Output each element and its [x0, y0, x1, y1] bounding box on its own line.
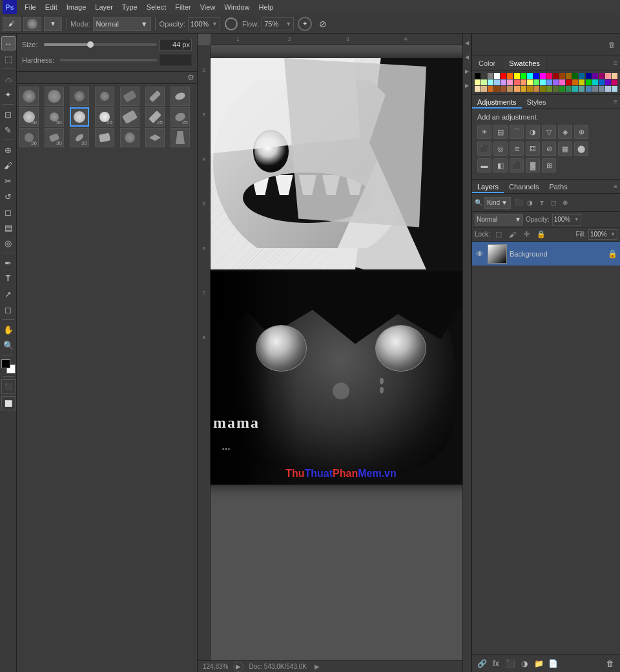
layer-visibility-eye[interactable]: 👁 [475, 249, 485, 259]
swatch-cyan[interactable] [527, 73, 533, 79]
status-arrow[interactable]: ▶ [233, 662, 243, 672]
swatch-yellow[interactable] [514, 73, 520, 79]
swatch-peru[interactable] [533, 86, 539, 92]
adj-photoFilter[interactable]: ◎ [493, 142, 508, 156]
adj-invert[interactable]: ⊘ [542, 142, 556, 156]
swatch-lt-purp[interactable] [501, 79, 506, 85]
swatch-blue[interactable] [533, 73, 539, 79]
airbrush-icon[interactable] [225, 17, 238, 30]
swatch-dk-blu2[interactable] [599, 79, 604, 85]
layer-row-background[interactable]: 👁 Background 🔒 [472, 242, 620, 266]
menu-view[interactable]: View [196, 2, 220, 12]
adj-hueSat[interactable]: ◈ [558, 125, 572, 139]
swatch-dk-rose2[interactable] [612, 79, 617, 85]
adj-gradient[interactable]: ▓ [526, 158, 540, 173]
delete-layer-icon[interactable]: 🗑 [604, 658, 616, 669]
swatch-lt-cyan[interactable] [488, 79, 493, 85]
quick-mask-btn[interactable]: ⬛ [1, 379, 16, 394]
swatch-olive[interactable] [540, 86, 546, 92]
tab-channels[interactable]: Channels [504, 180, 544, 193]
swatch-ltsteelbl[interactable] [605, 86, 611, 92]
swatch-md-rose[interactable] [559, 79, 565, 85]
swatch-burlywood[interactable] [481, 86, 487, 92]
swatch-darkgold[interactable] [527, 86, 533, 92]
swatch-dk-purp2[interactable] [605, 79, 611, 85]
adj-menu[interactable]: ≡ [614, 95, 620, 109]
lock-position[interactable]: ✛ [521, 229, 533, 240]
swatch-lt-rose[interactable] [507, 79, 513, 85]
type-tool[interactable]: T [1, 271, 16, 286]
adj-gradMap[interactable]: ▬ [477, 158, 491, 173]
zoom-tool[interactable]: 🔍 [1, 338, 16, 352]
filter-type[interactable]: T [537, 198, 547, 208]
blur-tool[interactable]: ◎ [1, 236, 16, 250]
lock-transparency[interactable]: ⬚ [493, 229, 504, 240]
healing-tool[interactable]: ⊕ [1, 143, 16, 157]
swatch-dk-yel[interactable] [579, 79, 584, 85]
layer-effects-icon[interactable]: fx [490, 658, 502, 669]
tab-adjustments[interactable]: Adjustments [472, 95, 522, 109]
adj-posterize[interactable]: ▦ [558, 142, 572, 156]
swatch-ltseagrn[interactable] [572, 86, 578, 92]
menu-type[interactable]: Type [118, 2, 141, 12]
adj-bw[interactable]: ⬛ [477, 142, 491, 156]
eyedropper-tool[interactable]: ✎ [1, 123, 16, 137]
adj-colorLookup[interactable]: ⚃ [526, 142, 540, 156]
swatch-dk-org[interactable] [572, 79, 578, 85]
swatch-seagrn[interactable] [566, 86, 572, 92]
filter-shape[interactable]: ◻ [548, 198, 559, 208]
opacity-field[interactable]: 100%▼ [552, 214, 581, 226]
lock-pixels[interactable]: 🖌 [507, 229, 519, 240]
brush-menu-icon[interactable]: ⚙ [187, 73, 194, 82]
hardness-slider[interactable] [60, 59, 157, 61]
rstrip-btn-3[interactable]: ▶ [463, 65, 471, 78]
brush-preset-1[interactable] [19, 87, 39, 106]
adj-levels[interactable]: ▤ [493, 125, 508, 139]
rstrip-btn-1[interactable]: ◀ [463, 36, 471, 49]
layers-menu[interactable]: ≡ [614, 180, 620, 193]
swatch-darkgrn[interactable] [572, 73, 578, 79]
adj-solidColor[interactable]: ⬛ [510, 158, 524, 173]
tablet-flow-icon[interactable]: ⊘ [316, 17, 330, 31]
swatch-ltslate[interactable] [599, 86, 604, 92]
swatch-pink[interactable] [546, 73, 552, 79]
filter-pixel[interactable]: ⬛ [513, 198, 524, 208]
brush-tool[interactable]: 🖌 [1, 158, 16, 173]
flow-input[interactable]: 75%▼ [262, 17, 294, 30]
move-tool[interactable]: ↔ [1, 36, 16, 50]
swatch-brown[interactable] [559, 73, 565, 79]
adj-pattern[interactable]: ⊞ [542, 158, 556, 173]
brush-preset-7[interactable] [170, 87, 190, 106]
adj-threshold[interactable]: ⬤ [574, 142, 588, 156]
swatch-teal[interactable] [579, 73, 584, 79]
gradient-tool[interactable]: ▤ [1, 220, 16, 235]
brush-preset-14[interactable]: 25 [170, 107, 190, 127]
screen-mode-btn[interactable]: ⬜ [1, 396, 16, 410]
tab-paths[interactable]: Paths [544, 180, 573, 193]
menu-edit[interactable]: Edit [41, 2, 61, 12]
swatch-purple[interactable] [592, 73, 598, 79]
adj-colorBal[interactable]: ⊕ [574, 125, 588, 139]
adj-channelMix[interactable]: ≋ [510, 142, 524, 156]
brush-preset-8[interactable]: 50 [19, 107, 39, 127]
swatch-steel[interactable] [586, 86, 592, 92]
brush-preset-6[interactable] [145, 87, 165, 106]
filter-adjust[interactable]: ◑ [525, 198, 535, 208]
pen-tool[interactable]: ✒ [1, 256, 16, 270]
swatch-green[interactable] [521, 73, 526, 79]
mode-dropdown[interactable]: Normal▼ [93, 17, 151, 31]
menu-file[interactable]: File [21, 2, 40, 12]
tab-styles[interactable]: Styles [522, 95, 552, 109]
shape-tool[interactable]: ◻ [1, 302, 16, 317]
history-brush-tool[interactable]: ↺ [1, 189, 16, 204]
swatch-sienna[interactable] [501, 86, 506, 92]
crop-tool[interactable]: ⊡ [1, 107, 16, 121]
new-group-icon[interactable]: 📁 [533, 658, 544, 669]
swatch-sandy[interactable] [514, 86, 520, 92]
menu-window[interactable]: Window [220, 2, 253, 12]
brush-preset-4[interactable] [95, 87, 114, 106]
swatch-md-blue[interactable] [546, 79, 552, 85]
brush-preset-15[interactable]: 36 [19, 128, 39, 147]
swatch-darkred[interactable] [553, 73, 559, 79]
brush-preset-11[interactable]: 25 [95, 107, 114, 127]
